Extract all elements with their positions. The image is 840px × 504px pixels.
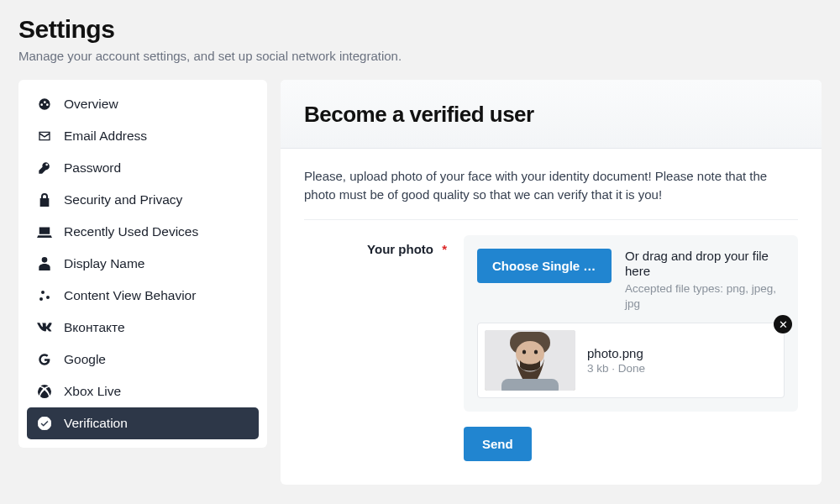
sidebar-item-verification[interactable]: Verification bbox=[27, 407, 259, 439]
svg-rect-5 bbox=[501, 379, 559, 391]
sidebar-item-xbox[interactable]: Xbox Live bbox=[27, 375, 259, 407]
sidebar-item-label: Security and Privacy bbox=[64, 192, 182, 207]
photo-label: Your photo bbox=[367, 242, 433, 256]
sidebar-item-password[interactable]: Password bbox=[27, 152, 259, 184]
svg-point-3 bbox=[522, 349, 526, 354]
sidebar-item-label: Email Address bbox=[64, 129, 147, 144]
uploaded-file-card: photo.png 3 kb · Done ✕ bbox=[477, 323, 785, 398]
send-button[interactable]: Send bbox=[464, 427, 532, 461]
laptop-icon bbox=[37, 224, 52, 239]
upload-dropzone[interactable]: Choose Single Fi... Or drag and drop you… bbox=[464, 235, 798, 412]
choose-file-button[interactable]: Choose Single Fi... bbox=[477, 249, 612, 283]
remove-file-button[interactable]: ✕ bbox=[774, 315, 792, 333]
sidebar-item-label: Verification bbox=[64, 416, 128, 431]
sidebar-item-content-behavior[interactable]: Content View Behavior bbox=[27, 280, 259, 312]
sidebar-item-google[interactable]: Google bbox=[27, 344, 259, 375]
sidebar-item-label: Вконтакте bbox=[64, 320, 125, 335]
page-subtitle: Manage your account settings, and set up… bbox=[18, 49, 822, 63]
svg-point-4 bbox=[534, 349, 538, 354]
lock-icon bbox=[37, 192, 52, 207]
file-name: photo.png bbox=[587, 346, 777, 360]
instructions-text: Please, upload photo of your face with y… bbox=[304, 167, 798, 220]
sidebar-item-display-name[interactable]: Display Name bbox=[27, 248, 259, 280]
sidebar-item-security[interactable]: Security and Privacy bbox=[27, 184, 259, 216]
required-mark: * bbox=[442, 242, 447, 256]
drag-drop-text: Or drag and drop your file here bbox=[625, 249, 785, 281]
sidebar-item-label: Display Name bbox=[64, 256, 144, 271]
key-icon bbox=[37, 160, 52, 176]
main-panel: Become a verified user Please, upload ph… bbox=[281, 80, 822, 485]
main-heading: Become a verified user bbox=[304, 102, 798, 128]
sidebar-item-label: Overview bbox=[64, 97, 118, 112]
sidebar-item-label: Content View Behavior bbox=[64, 288, 196, 303]
accepted-types-text: Accepted file types: png, jpeg, jpg bbox=[625, 281, 785, 311]
sidebar-item-vkontakte[interactable]: Вконтакте bbox=[27, 312, 259, 344]
sidebar-item-label: Google bbox=[64, 352, 106, 367]
close-icon: ✕ bbox=[779, 319, 788, 330]
settings-sidebar: Overview Email Address Password Security… bbox=[18, 80, 267, 448]
sidebar-item-overview[interactable]: Overview bbox=[27, 88, 259, 120]
check-circle-icon bbox=[37, 416, 52, 431]
sidebar-item-label: Password bbox=[64, 160, 121, 176]
main-header: Become a verified user bbox=[281, 80, 822, 149]
sidebar-item-label: Xbox Live bbox=[64, 384, 121, 399]
envelope-icon bbox=[37, 129, 52, 144]
vk-icon bbox=[37, 320, 52, 335]
sidebar-item-devices[interactable]: Recently Used Devices bbox=[27, 216, 259, 248]
photo-thumbnail bbox=[485, 330, 575, 391]
cogs-icon bbox=[37, 288, 52, 303]
xbox-icon bbox=[37, 384, 52, 399]
dashboard-icon bbox=[37, 97, 52, 112]
sidebar-item-label: Recently Used Devices bbox=[64, 224, 198, 239]
user-icon bbox=[37, 256, 52, 271]
google-icon bbox=[37, 352, 52, 367]
file-meta: 3 kb · Done bbox=[587, 362, 777, 375]
page-title: Settings bbox=[18, 15, 822, 44]
sidebar-item-email[interactable]: Email Address bbox=[27, 120, 259, 152]
